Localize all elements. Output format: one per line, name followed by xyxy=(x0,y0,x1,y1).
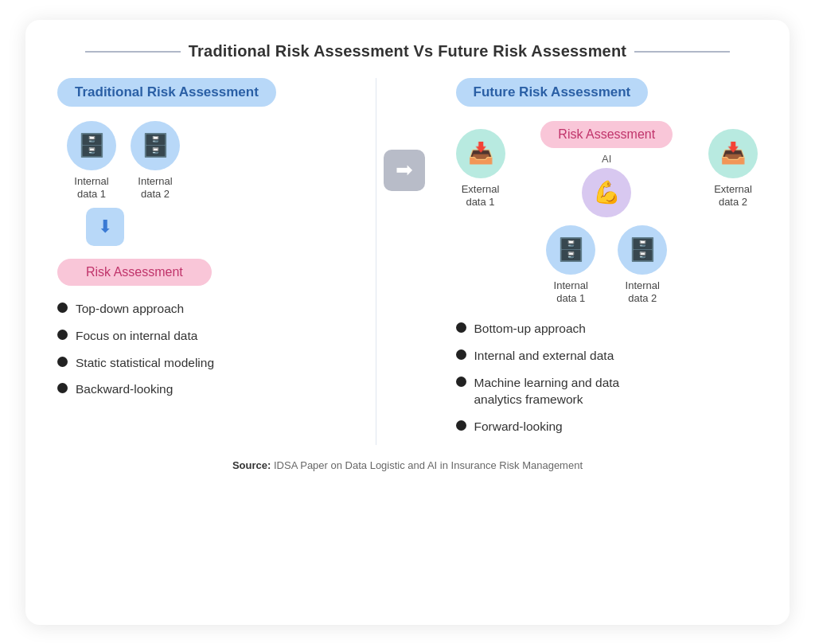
right-bullet-list: Bottom-up approach Internal and external… xyxy=(456,320,758,435)
ext-data-2-item: 📥 Externaldata 2 xyxy=(708,129,758,210)
left-bullet-4: Backward-looking xyxy=(57,381,360,398)
future-badge: Future Risk Assessment xyxy=(456,78,649,107)
left-risk-badge: Risk Assessment xyxy=(57,259,212,286)
right-internal-data-2-label: Internaldata 2 xyxy=(626,279,660,306)
left-bullet-1: Top-down approach xyxy=(57,300,360,318)
right-column: Future Risk Assessment 📥 Externaldata 1 … xyxy=(432,78,758,445)
ext-data-2-label: Externaldata 2 xyxy=(714,183,752,210)
internal-data-1-label: Internaldata 1 xyxy=(74,175,108,202)
internal-data-2-item: 🗄️ Internaldata 2 xyxy=(131,121,180,202)
traditional-badge: Traditional Risk Assessment xyxy=(57,78,276,107)
right-bullet-dot-2 xyxy=(456,349,466,360)
right-bullet-1: Bottom-up approach xyxy=(456,320,758,338)
right-risk-badge: Risk Assessment xyxy=(540,121,673,148)
left-column: Traditional Risk Assessment 🗄️ Internald… xyxy=(57,78,376,445)
right-bullet-2: Internal and external data xyxy=(456,347,758,365)
internal-data-1-item: 🗄️ Internaldata 1 xyxy=(67,121,116,202)
right-bullet-dot-1 xyxy=(456,322,466,333)
center-divider: ➡ xyxy=(376,78,432,445)
ai-muscle-icon: 💪 xyxy=(582,168,631,217)
down-arrow-container: ⬇ xyxy=(86,208,124,246)
right-bullet-3: Machine learning and dataanalytics frame… xyxy=(456,374,758,408)
ai-label: AI xyxy=(602,153,611,165)
left-diagram: 🗄️ Internaldata 1 🗄️ Internaldata 2 ⬇ Ri… xyxy=(57,121,360,287)
source-label: Source: xyxy=(232,459,271,471)
right-internal-data-1-item: 🗄️ Internaldata 1 xyxy=(546,225,595,306)
left-bullet-list: Top-down approach Focus on internal data… xyxy=(57,300,360,398)
bullet-dot-4 xyxy=(57,383,68,393)
source-line: Source: IDSA Paper on Data Logistic and … xyxy=(57,459,758,471)
right-internal-data-2-item: 🗄️ Internaldata 2 xyxy=(618,225,667,306)
internal-data-2-icon: 🗄️ xyxy=(131,121,180,170)
bullet-dot-3 xyxy=(57,357,68,367)
right-arrow-icon: ➡ xyxy=(384,150,425,191)
bullet-dot-1 xyxy=(57,302,68,313)
source-text: IDSA Paper on Data Logistic and AI in In… xyxy=(271,459,583,471)
right-bullet-4: Forward-looking xyxy=(456,418,758,435)
right-internal-data-1-icon: 🗄️ xyxy=(546,225,595,275)
main-card: Traditional Risk Assessment Vs Future Ri… xyxy=(25,20,790,625)
ext-data-2-icon: 📥 xyxy=(708,129,758,178)
left-bullet-3: Static statistical modeling xyxy=(57,354,360,372)
right-diagram: 📥 Externaldata 1 Risk Assessment AI 💪 📥 … xyxy=(456,121,758,306)
right-internal-data-2-icon: 🗄️ xyxy=(618,225,667,275)
internal-data-2-label: Internaldata 2 xyxy=(138,175,172,202)
internal-data-1-icon: 🗄️ xyxy=(67,121,116,170)
ext-data-1-label: Externaldata 1 xyxy=(462,183,500,210)
ext-data-1-item: 📥 Externaldata 1 xyxy=(456,129,505,210)
main-title: Traditional Risk Assessment Vs Future Ri… xyxy=(57,42,758,60)
right-bullet-dot-3 xyxy=(456,377,466,387)
down-arrow-icon: ⬇ xyxy=(86,208,124,246)
ext-data-1-icon: 📥 xyxy=(456,129,505,178)
right-bullet-dot-4 xyxy=(456,420,466,431)
right-internal-data-1-label: Internaldata 1 xyxy=(554,279,588,306)
left-bullet-2: Focus on internal data xyxy=(57,327,360,345)
left-icons-row: 🗄️ Internaldata 1 🗄️ Internaldata 2 xyxy=(67,121,180,202)
bullet-dot-2 xyxy=(57,330,68,340)
